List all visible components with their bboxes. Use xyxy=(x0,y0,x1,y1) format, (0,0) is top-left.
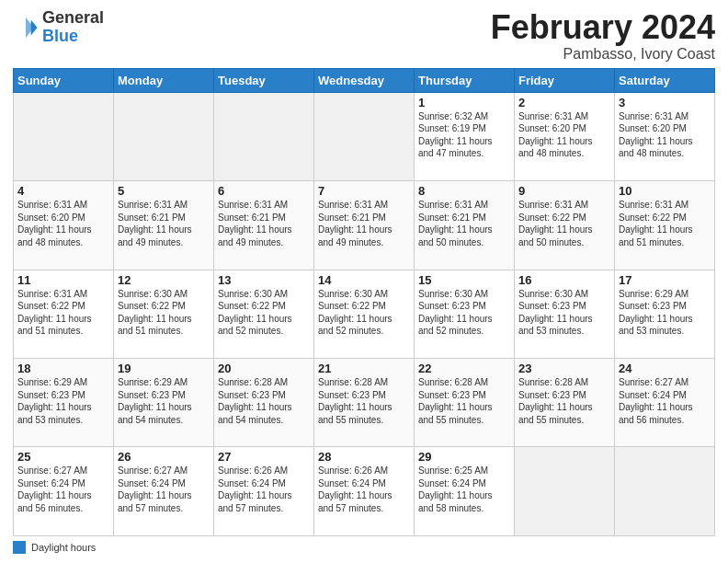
day-number: 22 xyxy=(418,362,510,375)
day-info: Sunrise: 6:30 AM Sunset: 6:22 PM Dayligh… xyxy=(218,288,310,338)
day-info: Sunrise: 6:31 AM Sunset: 6:21 PM Dayligh… xyxy=(418,199,510,248)
day-info: Sunrise: 6:31 AM Sunset: 6:20 PM Dayligh… xyxy=(17,199,109,248)
day-info: Sunrise: 6:29 AM Sunset: 6:23 PM Dayligh… xyxy=(118,376,210,426)
day-header: Wednesday xyxy=(314,68,415,92)
calendar-cell: 12Sunrise: 6:30 AM Sunset: 6:22 PM Dayli… xyxy=(114,270,214,358)
day-number: 16 xyxy=(518,273,610,287)
day-info: Sunrise: 6:29 AM Sunset: 6:23 PM Dayligh… xyxy=(17,376,109,426)
calendar-cell: 9Sunrise: 6:31 AM Sunset: 6:22 PM Daylig… xyxy=(515,181,615,270)
day-info: Sunrise: 6:28 AM Sunset: 6:23 PM Dayligh… xyxy=(218,376,310,426)
calendar-cell: 27Sunrise: 6:26 AM Sunset: 6:24 PM Dayli… xyxy=(214,447,314,536)
calendar-cell: 25Sunrise: 6:27 AM Sunset: 6:24 PM Dayli… xyxy=(14,447,114,536)
svg-marker-1 xyxy=(26,17,33,38)
day-info: Sunrise: 6:27 AM Sunset: 6:24 PM Dayligh… xyxy=(118,465,210,514)
calendar-cell: 13Sunrise: 6:30 AM Sunset: 6:22 PM Dayli… xyxy=(214,270,314,358)
day-header: Saturday xyxy=(615,68,715,92)
calendar-cell: 15Sunrise: 6:30 AM Sunset: 6:23 PM Dayli… xyxy=(415,270,515,358)
calendar-cell: 21Sunrise: 6:28 AM Sunset: 6:23 PM Dayli… xyxy=(314,359,415,447)
day-header: Thursday xyxy=(415,68,515,92)
calendar-week: 25Sunrise: 6:27 AM Sunset: 6:24 PM Dayli… xyxy=(14,447,715,536)
day-number: 23 xyxy=(518,362,610,375)
calendar-cell: 20Sunrise: 6:28 AM Sunset: 6:23 PM Dayli… xyxy=(214,359,314,447)
calendar-cell: 6Sunrise: 6:31 AM Sunset: 6:21 PM Daylig… xyxy=(214,181,314,270)
day-number: 6 xyxy=(218,184,310,198)
calendar-cell: 23Sunrise: 6:28 AM Sunset: 6:23 PM Dayli… xyxy=(515,359,615,447)
calendar-cell xyxy=(14,92,114,180)
day-number: 13 xyxy=(218,273,310,287)
day-number: 7 xyxy=(318,184,410,198)
calendar-cell: 17Sunrise: 6:29 AM Sunset: 6:23 PM Dayli… xyxy=(615,270,715,358)
calendar-cell: 8Sunrise: 6:31 AM Sunset: 6:21 PM Daylig… xyxy=(415,181,515,270)
calendar-cell: 29Sunrise: 6:25 AM Sunset: 6:24 PM Dayli… xyxy=(415,447,515,536)
header: General Blue February 2024 Pambasso, Ivo… xyxy=(13,9,715,63)
day-info: Sunrise: 6:31 AM Sunset: 6:21 PM Dayligh… xyxy=(218,199,310,248)
calendar-cell: 7Sunrise: 6:31 AM Sunset: 6:21 PM Daylig… xyxy=(314,181,415,270)
day-info: Sunrise: 6:28 AM Sunset: 6:23 PM Dayligh… xyxy=(318,376,410,426)
calendar-cell: 10Sunrise: 6:31 AM Sunset: 6:22 PM Dayli… xyxy=(615,181,715,270)
calendar-cell: 28Sunrise: 6:26 AM Sunset: 6:24 PM Dayli… xyxy=(314,447,415,536)
logo-blue: Blue xyxy=(42,28,104,46)
day-info: Sunrise: 6:30 AM Sunset: 6:23 PM Dayligh… xyxy=(518,288,610,338)
calendar-cell xyxy=(214,92,314,180)
day-info: Sunrise: 6:29 AM Sunset: 6:23 PM Dayligh… xyxy=(619,288,711,338)
day-number: 1 xyxy=(418,96,510,109)
calendar-week: 1Sunrise: 6:32 AM Sunset: 6:19 PM Daylig… xyxy=(14,92,715,180)
day-info: Sunrise: 6:30 AM Sunset: 6:23 PM Dayligh… xyxy=(418,288,510,338)
logo-icon xyxy=(13,15,39,40)
day-info: Sunrise: 6:31 AM Sunset: 6:20 PM Dayligh… xyxy=(518,110,610,160)
day-number: 5 xyxy=(118,184,210,198)
day-number: 4 xyxy=(17,184,109,198)
day-info: Sunrise: 6:25 AM Sunset: 6:24 PM Dayligh… xyxy=(418,465,510,514)
day-info: Sunrise: 6:31 AM Sunset: 6:22 PM Dayligh… xyxy=(17,288,109,338)
day-header: Monday xyxy=(114,68,214,92)
day-info: Sunrise: 6:30 AM Sunset: 6:22 PM Dayligh… xyxy=(318,288,410,338)
calendar-cell: 4Sunrise: 6:31 AM Sunset: 6:20 PM Daylig… xyxy=(14,181,114,270)
title-block: February 2024 Pambasso, Ivory Coast xyxy=(491,9,715,63)
calendar-cell xyxy=(114,92,214,180)
day-number: 20 xyxy=(218,362,310,375)
footer: Daylight hours xyxy=(13,541,715,554)
calendar-cell xyxy=(515,447,615,536)
logo-text: General Blue xyxy=(42,9,104,46)
calendar-week: 4Sunrise: 6:31 AM Sunset: 6:20 PM Daylig… xyxy=(14,181,715,270)
day-number: 11 xyxy=(17,273,109,287)
day-number: 18 xyxy=(17,362,109,375)
day-header: Tuesday xyxy=(214,68,314,92)
calendar-cell: 14Sunrise: 6:30 AM Sunset: 6:22 PM Dayli… xyxy=(314,270,415,358)
calendar-week: 11Sunrise: 6:31 AM Sunset: 6:22 PM Dayli… xyxy=(14,270,715,358)
day-info: Sunrise: 6:31 AM Sunset: 6:20 PM Dayligh… xyxy=(619,110,711,160)
calendar-cell: 16Sunrise: 6:30 AM Sunset: 6:23 PM Dayli… xyxy=(515,270,615,358)
calendar-header: SundayMondayTuesdayWednesdayThursdayFrid… xyxy=(14,68,715,92)
day-number: 21 xyxy=(318,362,410,375)
day-number: 15 xyxy=(418,273,510,287)
day-info: Sunrise: 6:26 AM Sunset: 6:24 PM Dayligh… xyxy=(218,465,310,514)
calendar-title: February 2024 xyxy=(491,9,715,46)
calendar-table: SundayMondayTuesdayWednesdayThursdayFrid… xyxy=(13,68,715,536)
day-info: Sunrise: 6:30 AM Sunset: 6:22 PM Dayligh… xyxy=(118,288,210,338)
calendar-cell: 5Sunrise: 6:31 AM Sunset: 6:21 PM Daylig… xyxy=(114,181,214,270)
calendar-cell: 2Sunrise: 6:31 AM Sunset: 6:20 PM Daylig… xyxy=(515,92,615,180)
day-number: 29 xyxy=(418,450,510,464)
day-info: Sunrise: 6:31 AM Sunset: 6:21 PM Dayligh… xyxy=(118,199,210,248)
day-info: Sunrise: 6:31 AM Sunset: 6:21 PM Dayligh… xyxy=(318,199,410,248)
calendar-cell xyxy=(314,92,415,180)
day-info: Sunrise: 6:32 AM Sunset: 6:19 PM Dayligh… xyxy=(418,110,510,160)
logo-general: General xyxy=(42,9,104,28)
day-number: 2 xyxy=(518,96,610,109)
day-number: 17 xyxy=(619,273,711,287)
day-number: 25 xyxy=(17,450,109,464)
calendar-cell: 24Sunrise: 6:27 AM Sunset: 6:24 PM Dayli… xyxy=(615,359,715,447)
calendar-cell: 11Sunrise: 6:31 AM Sunset: 6:22 PM Dayli… xyxy=(14,270,114,358)
day-header: Friday xyxy=(515,68,615,92)
day-info: Sunrise: 6:31 AM Sunset: 6:22 PM Dayligh… xyxy=(619,199,711,248)
day-number: 24 xyxy=(619,362,711,375)
day-number: 3 xyxy=(619,96,711,109)
day-number: 27 xyxy=(218,450,310,464)
day-header: Sunday xyxy=(14,68,114,92)
calendar-subtitle: Pambasso, Ivory Coast xyxy=(491,46,715,63)
day-number: 14 xyxy=(318,273,410,287)
day-info: Sunrise: 6:28 AM Sunset: 6:23 PM Dayligh… xyxy=(518,376,610,426)
day-info: Sunrise: 6:27 AM Sunset: 6:24 PM Dayligh… xyxy=(17,465,109,514)
calendar-cell: 1Sunrise: 6:32 AM Sunset: 6:19 PM Daylig… xyxy=(415,92,515,180)
legend-box xyxy=(13,541,26,554)
